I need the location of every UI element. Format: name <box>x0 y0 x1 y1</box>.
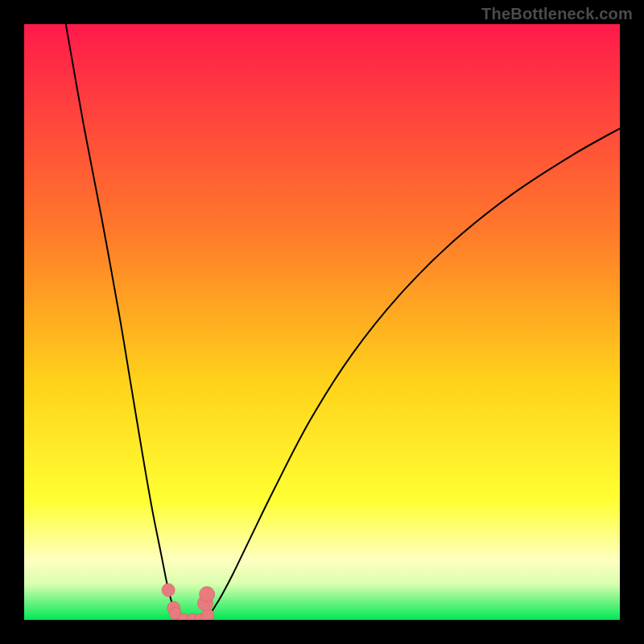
plot-area <box>24 24 620 620</box>
gradient-background <box>24 24 620 620</box>
chart-svg <box>24 24 620 620</box>
watermark-text: TheBottleneck.com <box>481 5 633 23</box>
outer-frame: TheBottleneck.com <box>0 0 644 644</box>
data-marker <box>200 587 215 602</box>
data-marker <box>162 584 175 597</box>
